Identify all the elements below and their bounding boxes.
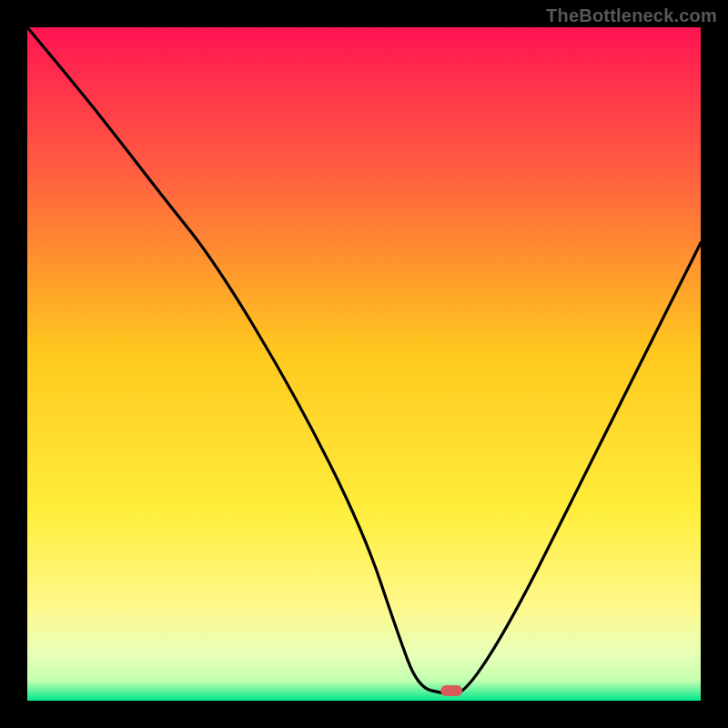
attribution-text: TheBottleneck.com — [546, 5, 717, 26]
chart-svg — [27, 27, 701, 701]
optimal-marker — [440, 685, 462, 696]
plot-area — [27, 27, 701, 701]
chart-frame: TheBottleneck.com — [0, 0, 728, 728]
gradient-background — [27, 27, 701, 701]
